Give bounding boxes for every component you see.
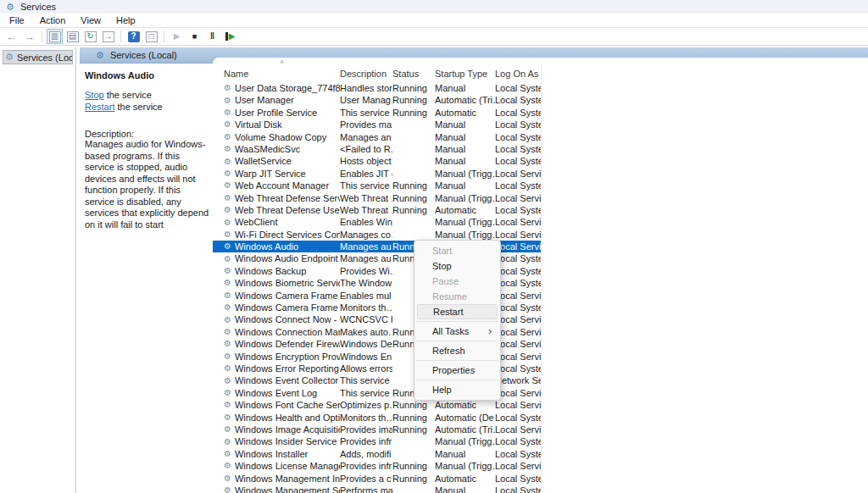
service-row[interactable]: ⚙ Windows License Manager S… Provides in…: [213, 460, 541, 472]
service-row[interactable]: ⚙ Windows Management Serv… Performs ma… …: [213, 485, 541, 493]
service-logon-cell: Local System: [495, 131, 541, 143]
show-action-pane-icon[interactable]: □: [143, 29, 159, 44]
service-icon: ⚙: [224, 230, 231, 239]
service-logon-cell: Local Service: [495, 241, 541, 252]
service-row[interactable]: ⚙ Wi-Fi Direct Services Connec… Manages …: [213, 229, 541, 241]
service-row[interactable]: ⚙ Windows Health and Optimi… Monitors th…: [213, 412, 541, 424]
service-row[interactable]: ⚙ Web Account Manager This service i… Ru…: [213, 180, 541, 191]
context-menu-item[interactable]: Refresh: [415, 343, 500, 358]
service-row[interactable]: ⚙ User Manager User Manag… Running Autom…: [213, 94, 541, 106]
service-startup-cell: Automatic: [435, 204, 495, 216]
service-row[interactable]: ⚙ Windows Insider Service Provides infr……: [213, 435, 541, 447]
service-description-cell: Web Threat …: [340, 204, 392, 216]
service-startup-cell: Automatic: [435, 473, 495, 485]
service-logon-cell: Local System: [495, 204, 541, 216]
service-icon: ⚙: [224, 169, 231, 178]
service-row[interactable]: ⚙ Web Threat Defense Service Web Threat …: [213, 192, 541, 204]
export-list-icon[interactable]: →: [100, 29, 116, 44]
service-icon: ⚙: [224, 84, 231, 92]
column-header-name[interactable]: Name: [224, 69, 340, 79]
context-menu-item-label: All Tasks: [432, 326, 469, 336]
service-logon-cell: Local System: [495, 302, 541, 313]
menu-help[interactable]: Help: [108, 14, 143, 27]
menu-action[interactable]: Action: [32, 14, 74, 27]
service-icon: ⚙: [224, 474, 231, 483]
stop-service-icon[interactable]: ■: [186, 29, 203, 44]
context-menu-item[interactable]: Start: [415, 243, 500, 258]
pause-service-icon[interactable]: ‖: [204, 29, 220, 44]
service-icon: ⚙: [224, 291, 231, 300]
service-description-cell: Manages au…: [340, 252, 392, 264]
service-description-cell: Manages an…: [340, 131, 392, 143]
service-logon-cell: Local System: [495, 412, 541, 424]
start-service-icon[interactable]: ▶: [169, 29, 185, 44]
service-row[interactable]: ⚙ Windows Management Instr… Provides a c…: [213, 473, 541, 485]
help-icon[interactable]: ?: [125, 29, 142, 44]
service-description-cell: Monitors th…: [340, 412, 392, 424]
context-menu-item[interactable]: Resume: [415, 289, 500, 304]
service-startup-cell: Automatic (De…: [435, 412, 495, 424]
restart-service-link[interactable]: Restart: [85, 102, 114, 112]
column-header-log-on-as[interactable]: Log On As: [495, 69, 541, 79]
service-row[interactable]: ⚙ User Profile Service This service i… R…: [213, 107, 541, 119]
service-row[interactable]: ⚙ WebClient Enables Win… Manual (Trigg… …: [213, 216, 541, 228]
service-startup-cell: Manual: [435, 82, 495, 94]
service-name: Windows Connection Mana…: [235, 326, 340, 338]
service-name: Windows Management Serv…: [235, 485, 340, 493]
service-description-cell: Enables JIT c…: [340, 168, 392, 180]
service-row[interactable]: ⚙ Warp JIT Service Enables JIT c… Manual…: [213, 168, 541, 180]
context-menu-separator: [416, 379, 498, 380]
service-description-cell: Windows En…: [340, 351, 392, 363]
column-header-status[interactable]: Status: [392, 69, 435, 79]
context-menu-item-label: Stop: [432, 261, 452, 271]
service-row[interactable]: ⚙ User Data Storage_774f8d9 Handles stor…: [213, 82, 541, 94]
service-icon: ⚙: [224, 462, 231, 470]
service-icon: ⚙: [224, 219, 231, 227]
column-header-description[interactable]: Description: [340, 69, 392, 79]
forward-icon[interactable]: →: [21, 29, 37, 44]
service-row[interactable]: ⚙ Virtual Disk Provides ma… Manual Local…: [213, 119, 541, 130]
service-startup-cell: Manual (Trigg…: [435, 168, 495, 180]
service-name: Wi-Fi Direct Services Connec…: [235, 229, 340, 241]
service-row[interactable]: ⚙ Windows Installer Adds, modifi… Manual…: [213, 448, 541, 460]
show-console-tree-icon[interactable]: ▥: [47, 29, 63, 44]
service-row[interactable]: ⚙ Windows Font Cache Service Optimizes p…: [213, 399, 541, 411]
menu-file[interactable]: File: [2, 14, 32, 27]
service-row[interactable]: ⚙ Volume Shadow Copy Manages an… Manual …: [213, 131, 541, 143]
service-description-cell: This service i…: [340, 180, 392, 191]
context-menu-item[interactable]: Help: [415, 382, 500, 397]
service-row[interactable]: ⚙ WaaSMedicSvc <Failed to R… Manual Loca…: [213, 143, 541, 155]
service-description-cell: Adds, modifi…: [340, 448, 392, 460]
service-description-cell: Manages co…: [340, 229, 392, 241]
service-name: Volume Shadow Copy: [235, 131, 326, 143]
tree-item-services-local[interactable]: ⚙ Services (Local): [3, 50, 73, 64]
back-icon[interactable]: ←: [3, 29, 19, 44]
service-logon-cell: Local Service: [495, 326, 541, 338]
service-startup-cell: Automatic (Tri…: [435, 94, 495, 106]
service-startup-cell: Automatic: [435, 107, 495, 119]
restart-service-icon[interactable]: ▶: [222, 29, 238, 44]
service-icon: ⚙: [224, 267, 231, 275]
service-row[interactable]: ⚙ WalletService Hosts object… Manual Loc…: [213, 155, 541, 167]
toolbar-separator: [120, 30, 121, 42]
context-menu-item-label: Refresh: [432, 346, 465, 356]
service-row[interactable]: ⚙ Web Threat Defense User Se… Web Threat…: [213, 204, 541, 216]
context-menu-item[interactable]: Properties: [415, 363, 500, 378]
service-startup-cell: Automatic: [435, 399, 495, 411]
service-description-cell: Web Threat …: [340, 192, 392, 204]
context-menu-item[interactable]: Stop: [415, 258, 500, 274]
services-node-icon: ⚙: [5, 53, 14, 62]
column-header-startup-type[interactable]: Startup Type: [435, 69, 495, 79]
service-rows: ⚙ User Data Storage_774f8d9 Handles stor…: [213, 82, 868, 493]
context-menu-item[interactable]: Restart: [417, 304, 498, 319]
context-menu-item[interactable]: All Tasks ›: [415, 324, 500, 339]
menu-view[interactable]: View: [73, 14, 108, 27]
service-row[interactable]: ⚙ Windows Image Acquisition … Provides i…: [213, 424, 541, 435]
service-status-cell: Running: [392, 424, 435, 435]
service-startup-cell: Manual: [435, 155, 495, 167]
context-menu-item[interactable]: Pause: [415, 274, 500, 289]
toolbar-separator: [164, 30, 164, 42]
properties-icon[interactable]: ▤: [64, 29, 81, 44]
stop-service-link[interactable]: Stop: [85, 90, 104, 100]
refresh-icon[interactable]: ↻: [82, 29, 98, 44]
